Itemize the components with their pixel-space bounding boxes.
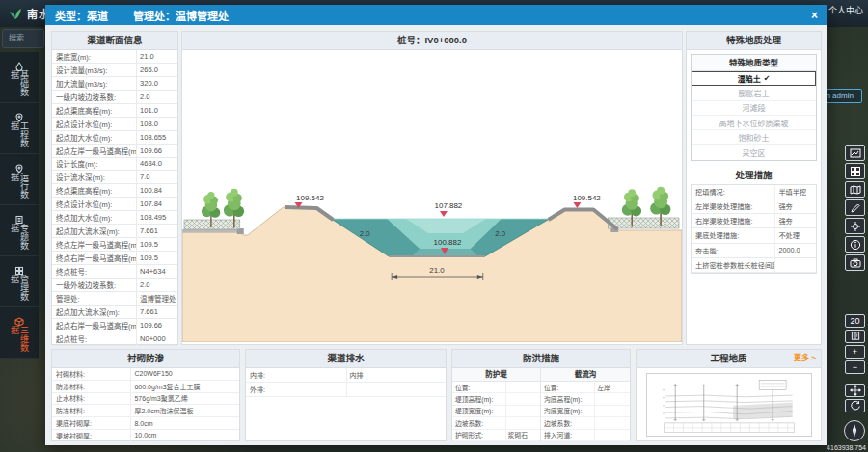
row-value: N4+634 — [136, 265, 177, 278]
panel-title-text: 工程地质 — [710, 353, 746, 363]
sidebar-item-management-data[interactable]: 管理数据 — [0, 256, 39, 307]
sidebar-item-thematic-data[interactable]: 专题数据 — [0, 205, 39, 256]
sidebar-item-3d-data[interactable]: 三维数据 — [0, 307, 39, 359]
table-row: 堤顶宽度(m): — [452, 406, 540, 417]
row-value: 108.495 — [136, 211, 177, 224]
row-label: 起点右岸一级马道高程(m): — [52, 320, 136, 331]
check-icon: ✔ — [764, 74, 771, 83]
flood-control-panel: 防洪措施 防护堤 位置: 堤顶高程(m): — [451, 349, 631, 441]
row-label: 外排: — [246, 385, 346, 394]
rotate-button[interactable] — [845, 399, 865, 412]
row-label: 起点加大水位(m): — [52, 132, 136, 143]
geology-type-title: 特殊地质类型 — [692, 55, 816, 71]
geology-type-option[interactable]: 膨胀岩土 — [692, 86, 816, 100]
row-label: 起点渠底高程(m): — [52, 105, 136, 116]
geology-type-option[interactable]: 采空区 — [692, 145, 816, 159]
row-label: 夯击能: — [692, 246, 774, 255]
row-value: 109.5 — [136, 252, 177, 264]
row-value: 半填半挖 — [774, 185, 816, 199]
info-icon — [850, 239, 861, 251]
row-value: 8.0cm — [130, 417, 239, 429]
sidebar-item-basic-data[interactable]: 基础数据 — [0, 52, 39, 103]
snapshot-tool-button[interactable] — [845, 254, 865, 271]
layers-button[interactable] — [845, 330, 865, 343]
row-label: 终点设计水位(m): — [52, 199, 136, 209]
row-value: 2.0 — [136, 279, 177, 291]
grid-icon — [850, 166, 861, 177]
geology-profile-thumbnail[interactable] — [646, 373, 812, 437]
imagery-tool-button[interactable] — [845, 145, 865, 161]
row-value: 厚2.0cm泡沫保温板 — [130, 405, 239, 416]
locate-tool-button[interactable] — [845, 218, 865, 234]
table-row: 右岸渠坡处理措施: 强夯 — [692, 214, 816, 228]
map-layer-button[interactable] — [845, 181, 865, 198]
row-label: 止水材料: — [52, 393, 130, 403]
dialog-titlebar: 类型：渠道 管理处：温博管理处 × — [45, 5, 827, 25]
grid-tool-button[interactable] — [845, 163, 865, 179]
rotate-icon — [850, 400, 861, 412]
drainage-panel: 渠道排水 内排: 内排 外排: — [245, 349, 447, 441]
close-icon[interactable]: × — [811, 9, 818, 22]
table-row: 内排: 内排 — [246, 368, 446, 383]
row-value: 内排 — [346, 368, 447, 382]
table-row: 沟底高程(m): — [541, 393, 630, 405]
crosshair-icon — [850, 221, 861, 232]
table-row: 起点加大流水深(m): 7.661 — [52, 306, 177, 319]
row-label: 终点渠底高程(m): — [52, 185, 136, 196]
table-row: 排入河道: — [541, 430, 630, 441]
table-row: 起点桩号: N0+000 — [52, 332, 177, 346]
row-label: 边坡系数: — [452, 418, 505, 428]
row-label: 边坡系数: — [541, 418, 594, 428]
table-row: 位置: 左岸 — [541, 382, 630, 393]
table-row: 防渗材料: 600.0g/m3复合土工膜 — [52, 381, 239, 393]
table-row: 终点加大水位(m): 108.495 — [52, 211, 177, 225]
row-value: 左岸 — [594, 382, 630, 392]
row-value: 21.0 — [136, 50, 177, 63]
sidebar-item-operation-data[interactable]: 运行数据 — [0, 154, 39, 205]
table-row: 管理处: 温博管理处 — [52, 292, 177, 306]
info-tool-button[interactable] — [845, 236, 865, 253]
sidebar-item-label: 工程数据 — [10, 121, 29, 153]
table-row: 夯击能: 2000.0 — [692, 244, 816, 258]
table-row: 渠底衬砌厚: 8.0cm — [52, 417, 239, 430]
sidebar-item-label: 运行数据 — [10, 173, 29, 204]
water-level-label: 107.882 — [435, 201, 463, 210]
row-value — [594, 430, 630, 440]
sidebar-item-engineering-data[interactable]: 工程数据 — [0, 103, 39, 154]
compass[interactable] — [844, 420, 865, 441]
more-link[interactable]: 更多 > — [794, 350, 816, 367]
row-value — [505, 417, 540, 428]
row-label: 沟底高程(m): — [541, 394, 594, 404]
geology-type-option[interactable]: 高地下水位砂质渠坡 — [692, 116, 816, 130]
geology-type-option[interactable]: 河滩段 — [692, 101, 816, 116]
right-bank-elevation-label: 109.542 — [573, 194, 601, 202]
pan-icon — [850, 385, 861, 396]
row-label: 渠底处理措施: — [692, 230, 774, 240]
row-value — [774, 258, 816, 272]
row-value: 265.0 — [136, 64, 177, 76]
zoom-out-button[interactable]: − — [845, 360, 865, 374]
table-row: 起点设计水位(m): 108.0 — [52, 118, 177, 131]
row-label: 排入河道: — [541, 430, 594, 439]
geology-type-label: 湿陷土 — [738, 73, 761, 84]
geology-type-option[interactable]: 饱和砂土 — [692, 130, 816, 145]
row-label: 堤顶高程(m): — [452, 394, 505, 404]
table-row: 渠底处理措施: 不处理 — [692, 228, 816, 243]
row-label: 防渗材料: — [52, 382, 130, 391]
panel-title: 防洪措施 — [452, 350, 630, 368]
search-input[interactable]: 搜索 — [2, 29, 44, 48]
row-value: 不处理 — [774, 228, 816, 242]
pan-button[interactable] — [845, 384, 865, 397]
row-label: 起点加大流水深(m): — [52, 306, 136, 317]
zoom-in-button[interactable]: + — [845, 345, 865, 359]
table-row: 防冻材料: 厚2.0cm泡沫保温板 — [52, 405, 239, 417]
user-center-link[interactable]: 个人中心 — [828, 4, 863, 16]
channel-section-table: 渠底宽(m): 21.0 设计流量(m3/s): 265.0 加大流量(m3/s… — [52, 50, 177, 346]
row-label: 防冻材料: — [52, 406, 130, 415]
row-label: 堤顶宽度(m): — [452, 406, 505, 415]
station-value: IV0+000.0 — [424, 35, 467, 45]
draw-tool-button[interactable] — [845, 199, 865, 216]
table-row: 一级内坡边坡系数: 2.0 — [52, 91, 177, 104]
zoom-level-badge[interactable]: 20 — [845, 314, 865, 328]
geology-type-option[interactable]: 湿陷土 ✔ — [692, 71, 816, 86]
